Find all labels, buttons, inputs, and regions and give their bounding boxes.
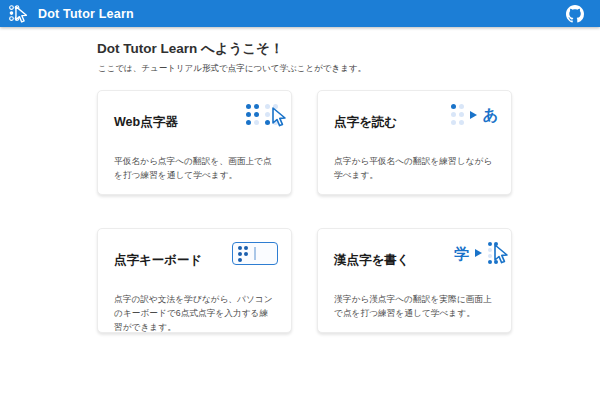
cursor-icon	[270, 107, 286, 127]
github-icon	[566, 5, 584, 23]
braille-to-kana-icon: あ	[451, 104, 498, 125]
text-caret-icon	[254, 247, 256, 260]
braille-cells-cursor-icon	[246, 104, 278, 125]
braille-cell-dark	[238, 246, 248, 262]
app-logo-icon	[5, 2, 29, 26]
kanji-to-braille-cursor-icon: 学	[454, 242, 498, 264]
braille-keyboard-icon	[232, 242, 278, 265]
braille-cell-filled	[246, 104, 259, 125]
kanji-gaku-glyph: 学	[454, 246, 469, 261]
welcome-title: Dot Tutor Learn へようこそ！	[97, 40, 600, 58]
braille-cell	[451, 104, 464, 125]
main-content: Dot Tutor Learn へようこそ！ ここでは、チュートリアル形式で点字…	[0, 27, 600, 333]
card-web-braille-writer[interactable]: Web点字器 平仮名から点字へ	[97, 90, 292, 195]
arrow-right-icon	[475, 249, 482, 257]
cards-grid: Web点字器 平仮名から点字へ	[97, 90, 600, 333]
input-box-icon	[232, 242, 278, 265]
card-braille-keyboard[interactable]: 点字キーボード 点字の訳や文法を学びながら、パソコンのキーボードで6点式点字を入…	[97, 228, 292, 333]
card-description: 点字から平仮名への翻訳を練習しながら学べます。	[334, 154, 495, 182]
card-description: 平仮名から点字への翻訳を、画面上で点を打つ練習を通して学べます。	[114, 154, 275, 182]
braille-cell-8dot	[488, 242, 498, 264]
card-write-kanji-braille[interactable]: 漢点字を書く 学 漢字から漢点字への翻訳を実際に画面上で点を打つ練習を通	[317, 228, 512, 333]
card-description: 漢字から漢点字への翻訳を実際に画面上で点を打つ練習を通して学べます。	[334, 292, 495, 320]
github-link[interactable]	[564, 3, 586, 25]
app-title: Dot Tutor Learn	[38, 7, 134, 21]
welcome-subtitle: ここでは、チュートリアル形式で点字について学ぶことができます。	[98, 63, 600, 75]
card-description: 点字の訳や文法を学びながら、パソコンのキーボードで6点式点字を入力する練習ができ…	[114, 292, 275, 334]
arrow-right-icon	[470, 111, 477, 119]
cursor-icon	[492, 244, 508, 264]
braille-cell-empty	[265, 104, 278, 125]
kana-a-glyph: あ	[483, 107, 498, 122]
app-header: Dot Tutor Learn	[0, 0, 600, 27]
card-read-braille[interactable]: 点字を読む あ 点字から平仮名への翻訳を練習しながら学べます。	[317, 90, 512, 195]
